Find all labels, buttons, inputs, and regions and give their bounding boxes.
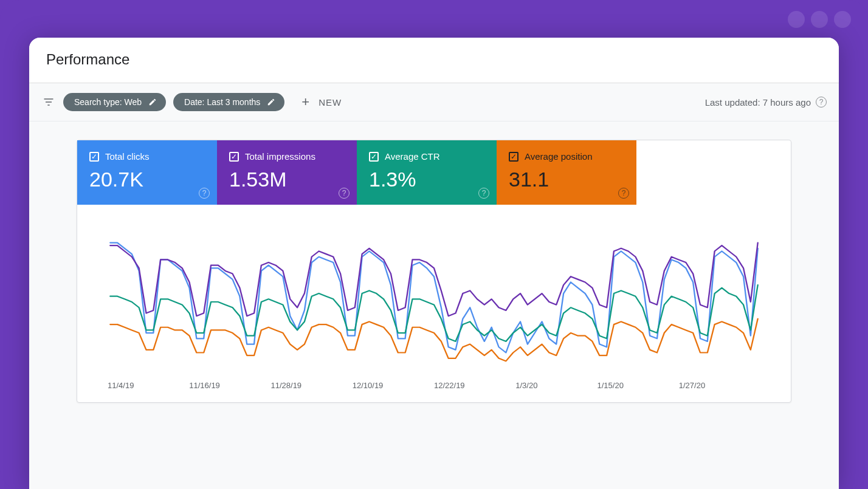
chart-x-tick: 11/16/19 xyxy=(189,381,270,390)
filter-chip-date[interactable]: Date: Last 3 months xyxy=(173,93,284,111)
chart-x-tick: 1/3/20 xyxy=(515,381,597,390)
metric-tile-impressions[interactable]: ✓ Total impressions 1.53M ? xyxy=(217,140,357,205)
checkbox-icon: ✓ xyxy=(509,152,518,162)
metric-label: Average CTR xyxy=(385,151,440,162)
add-filter-label: NEW xyxy=(319,97,342,108)
chart-x-tick: 12/22/19 xyxy=(434,381,515,390)
filter-chip-search-type[interactable]: Search type: Web xyxy=(63,93,166,111)
metric-tile-ctr[interactable]: ✓ Average CTR 1.3% ? xyxy=(357,140,497,205)
page-header: Performance xyxy=(29,38,839,83)
help-icon[interactable]: ? xyxy=(618,188,629,199)
help-icon[interactable]: ? xyxy=(199,188,210,199)
last-updated-text: Last updated: 7 hours ago xyxy=(705,97,811,108)
filter-chip-label: Date: Last 3 months xyxy=(184,97,260,107)
checkbox-icon: ✓ xyxy=(89,152,99,162)
metric-value: 1.53M xyxy=(229,168,345,191)
metric-label: Average position xyxy=(525,151,592,162)
pencil-icon xyxy=(148,97,157,107)
metric-label: Total clicks xyxy=(105,151,150,162)
metric-value: 1.3% xyxy=(369,168,484,191)
pencil-icon xyxy=(266,97,276,107)
chart-series-line xyxy=(110,319,757,361)
last-updated-label: Last updated: 7 hours ago ? xyxy=(705,97,827,108)
metric-tiles: ✓ Total clicks 20.7K ? ✓ Total impressio… xyxy=(77,140,791,205)
filter-icon[interactable] xyxy=(41,95,56,109)
chart-x-tick: 11/4/19 xyxy=(108,381,189,390)
chart-x-tick: 1/27/20 xyxy=(679,381,760,390)
performance-card: ✓ Total clicks 20.7K ? ✓ Total impressio… xyxy=(77,140,791,403)
metric-label: Total impressions xyxy=(245,151,315,162)
metric-value: 31.1 xyxy=(509,168,624,191)
performance-chart xyxy=(77,205,791,375)
help-icon[interactable]: ? xyxy=(478,188,489,199)
metric-tile-position[interactable]: ✓ Average position 31.1 ? xyxy=(497,140,636,205)
window-dot-icon xyxy=(788,11,805,28)
add-filter-button[interactable]: + NEW xyxy=(297,93,346,111)
chart-x-tick: 1/15/20 xyxy=(598,381,679,390)
chart-x-tick: 12/10/19 xyxy=(353,381,434,390)
app-window: Performance Search type: Web Date: Last … xyxy=(29,38,839,489)
filter-bar: Search type: Web Date: Last 3 months + N… xyxy=(29,83,839,121)
plus-icon: + xyxy=(301,95,310,109)
chart-x-axis: 11/4/1911/16/1911/28/1912/10/1912/22/191… xyxy=(77,375,791,395)
window-dot-icon xyxy=(811,11,828,28)
browser-window-dots xyxy=(788,11,851,28)
window-dot-icon xyxy=(834,11,851,28)
help-icon[interactable]: ? xyxy=(339,188,350,199)
filter-chip-label: Search type: Web xyxy=(74,97,142,107)
metric-value: 20.7K xyxy=(89,168,205,191)
chart-x-tick: 11/28/19 xyxy=(271,381,353,390)
chart-series-line xyxy=(110,243,757,353)
help-icon[interactable]: ? xyxy=(816,97,827,108)
checkbox-icon: ✓ xyxy=(369,152,379,162)
metric-tile-clicks[interactable]: ✓ Total clicks 20.7K ? xyxy=(77,140,217,205)
page-title: Performance xyxy=(46,51,822,68)
checkbox-icon: ✓ xyxy=(229,152,239,162)
